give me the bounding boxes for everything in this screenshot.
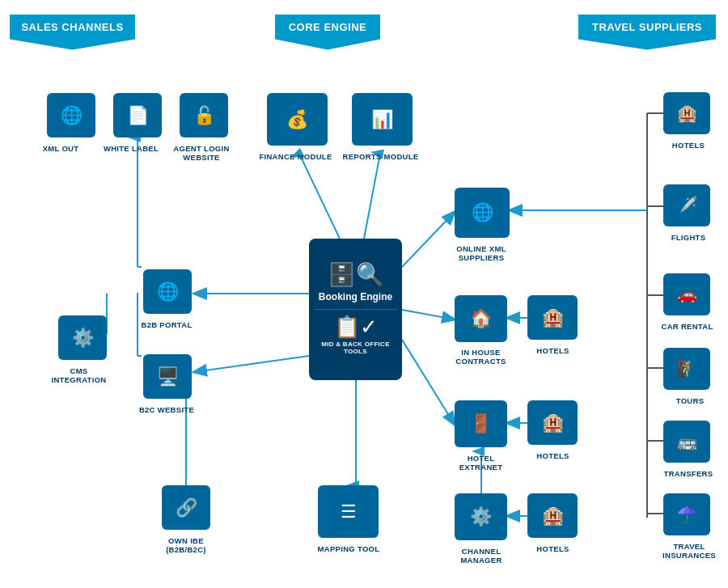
cms-integration-label: CMSINTEGRATION xyxy=(44,366,113,385)
booking-engine-subtitle: MID & BACK OFFICE TOOLS xyxy=(309,341,402,355)
supplier-flights-icon: ✈️ xyxy=(663,184,710,226)
online-xml-label: ONLINE XMLSUPPLIERS xyxy=(441,244,522,263)
core-engine-banner: CORE ENGINE xyxy=(275,15,380,50)
booking-engine-box: 🗄️🔍 Booking Engine 📋✓ MID & BACK OFFICE … xyxy=(309,239,402,380)
in-house-label: IN HOUSECONTRACTS xyxy=(442,348,519,366)
own-ibe-label: OWN IBE(B2B/B2C) xyxy=(146,536,226,555)
b2c-website-label: B2C WEBSITE xyxy=(134,405,199,414)
online-xml-icon: 🌐 xyxy=(455,188,510,238)
supplier-travel-insurances-icon: ☂️ xyxy=(663,493,710,535)
b2c-website-icon: 🖥️ xyxy=(143,354,192,399)
supplier-transfers-icon: 🚌 xyxy=(663,421,710,463)
hotel-extranet-icon: 🚪 xyxy=(455,400,507,447)
supplier-flights-label: FLIGHTS xyxy=(663,233,713,242)
booking-engine-icon-top: 🗄️🔍 xyxy=(328,264,384,286)
supplier-car-rental-label: CAR RENTAL xyxy=(657,322,717,331)
hotel-extranet-label: HOTELEXTRANET xyxy=(447,454,515,472)
hotels-mid1-icon: 🏨 xyxy=(527,295,578,340)
mapping-tool-label: MAPPING TOOL xyxy=(304,544,393,553)
svg-line-13 xyxy=(402,310,455,319)
white-label-icon: 📄 xyxy=(113,93,162,137)
b2b-portal-label: B2B PORTAL xyxy=(134,320,199,329)
hotels-mid3-icon: 🏨 xyxy=(527,493,578,538)
hotels-mid1-label: HOTELS xyxy=(527,346,579,355)
sales-channels-banner: SALES CHANNELS xyxy=(10,15,135,50)
booking-engine-icon-bot: 📋✓ xyxy=(334,316,378,337)
xml-out-icon: 🌐 xyxy=(47,93,95,137)
diagram: SALES CHANNELS CORE ENGINE TRAVEL SUPPLI… xyxy=(0,0,728,588)
supplier-tours-label: TOURS xyxy=(665,396,715,405)
reports-module-label: REPORTS MODULE xyxy=(338,152,423,161)
hotels-mid2-label: HOTELS xyxy=(527,451,579,460)
supplier-hotels-label: HOTELS xyxy=(663,141,713,150)
supplier-car-rental-icon: 🚗 xyxy=(663,273,710,315)
agent-login-label: AGENT LOGINWEBSITE xyxy=(165,144,238,163)
agent-login-icon: 🔓 xyxy=(180,93,228,137)
supplier-transfers-label: TRANSFERS xyxy=(659,469,717,478)
reports-module-icon: 📊 xyxy=(352,93,413,146)
supplier-travel-insurances-label: TRAVELINSURANCES xyxy=(654,542,725,561)
channel-manager-label: CHANNELMANAGER xyxy=(446,547,517,565)
travel-suppliers-banner: TRAVEL SUPPLIERS xyxy=(578,15,716,50)
hotels-mid2-icon: 🏨 xyxy=(527,400,578,445)
channel-manager-icon: ⚙️ xyxy=(455,493,507,540)
finance-module-label: FINANCE MODULE xyxy=(253,152,338,161)
hotels-mid3-label: HOTELS xyxy=(527,544,579,553)
svg-line-10 xyxy=(364,154,380,239)
svg-line-8 xyxy=(194,356,309,372)
own-ibe-icon: 🔗 xyxy=(162,485,210,530)
supplier-hotels-icon: 🏨 xyxy=(663,92,710,134)
booking-engine-title: Booking Engine xyxy=(319,291,392,302)
xml-out-label: XML OUT xyxy=(32,144,89,153)
finance-module-icon: 💰 xyxy=(267,93,328,146)
cms-integration-icon: ⚙️ xyxy=(58,315,107,360)
in-house-icon: 🏠 xyxy=(455,295,507,342)
mapping-tool-icon: ☰ xyxy=(318,485,379,538)
b2b-portal-icon: 🌐 xyxy=(143,269,192,314)
supplier-tours-icon: 🧗 xyxy=(663,348,710,390)
svg-line-9 xyxy=(299,154,340,239)
white-label-label: WHITE LABEL xyxy=(99,144,163,153)
